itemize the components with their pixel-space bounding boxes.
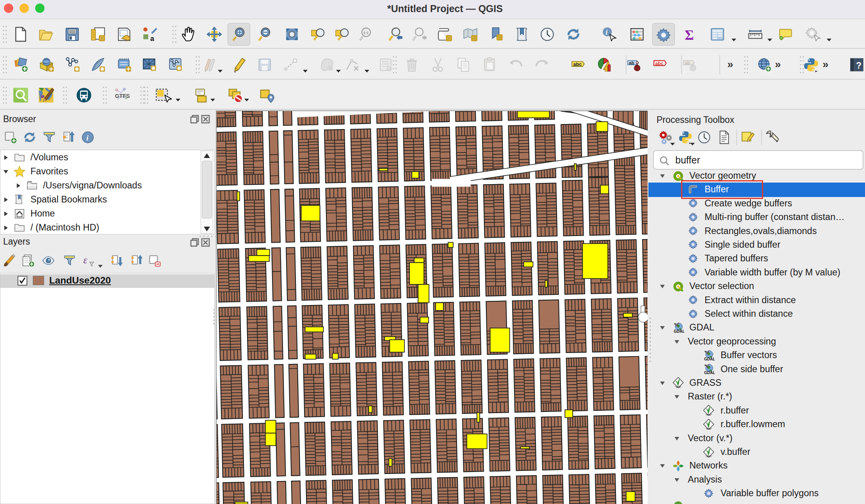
svg-text:1:1: 1:1 (363, 30, 369, 35)
svg-text:ε: ε (83, 255, 87, 265)
svg-text:Σ: Σ (685, 27, 694, 43)
svg-text:i: i (86, 134, 89, 142)
svg-text:GDAL: GDAL (704, 357, 715, 361)
svg-text:a: a (150, 35, 155, 43)
svg-text:»: » (775, 58, 781, 70)
svg-text:ab: ab (685, 60, 690, 65)
svg-text:?: ? (856, 61, 861, 71)
svg-text:GTFS: GTFS (115, 93, 130, 99)
svg-text:GDAL: GDAL (704, 371, 715, 375)
svg-text:abc: abc (655, 61, 664, 66)
svg-text:GDAL: GDAL (674, 329, 684, 334)
svg-text:»: » (727, 58, 733, 70)
svg-text:i: i (606, 28, 608, 36)
svg-text:ab: ab (629, 60, 634, 65)
svg-text:»: » (822, 58, 828, 70)
svg-text:abc: abc (573, 62, 582, 67)
